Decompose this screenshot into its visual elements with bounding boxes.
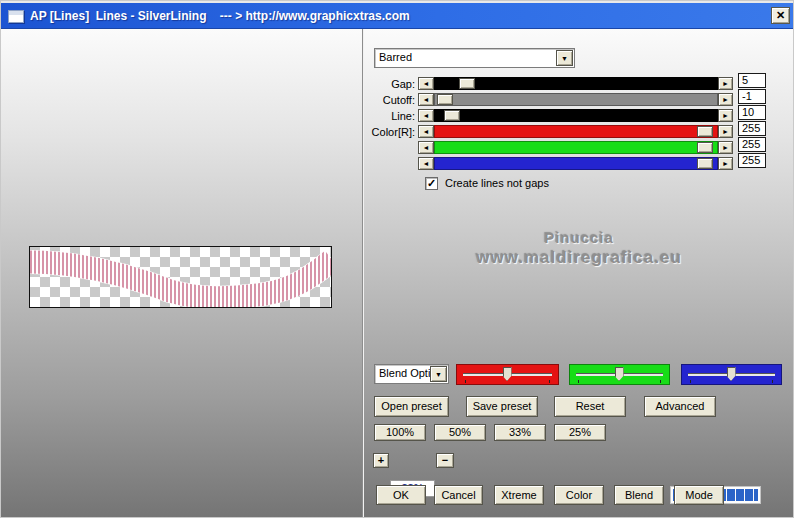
app-icon: [8, 10, 24, 23]
gap-slider-track[interactable]: [434, 77, 718, 90]
progress-segment: [754, 489, 758, 501]
title-bar[interactable]: AP [Lines] Lines - SilverLining --- > ht…: [1, 1, 794, 29]
create-lines-checkbox-label: Create lines not gaps: [445, 177, 549, 189]
slider-left-arrow[interactable]: ◄: [418, 77, 434, 90]
blue-slider-track[interactable]: [434, 157, 718, 170]
tick-mark: [549, 380, 550, 383]
open-preset-button[interactable]: Open preset: [374, 396, 449, 417]
slider-right-arrow[interactable]: ►: [718, 93, 733, 106]
line-value-field[interactable]: 10: [738, 105, 766, 120]
chevron-down-icon[interactable]: ▼: [430, 366, 447, 382]
slider-right-arrow[interactable]: ►: [718, 125, 733, 138]
slider-left-arrow[interactable]: ◄: [418, 93, 434, 106]
slider-right-arrow[interactable]: ►: [718, 109, 733, 122]
tick-mark: [660, 380, 661, 383]
create-lines-checkbox[interactable]: ✓: [425, 177, 438, 190]
red-blend-thumb[interactable]: [503, 367, 512, 381]
blend-button[interactable]: Blend: [614, 485, 664, 505]
zoom-25-button[interactable]: 25%: [554, 424, 606, 441]
slider-right-arrow[interactable]: ►: [718, 77, 733, 90]
progress-segment: [745, 489, 753, 501]
gap-value-field[interactable]: 5: [738, 73, 766, 88]
color-button[interactable]: Color: [554, 485, 604, 505]
red-slider-track[interactable]: [434, 125, 718, 138]
progress-segment: [736, 489, 744, 501]
watermark-url: www.maldiregrafica.eu: [367, 248, 791, 268]
blue-blend-thumb[interactable]: [727, 367, 736, 381]
slider-label-color-r: Color[R]:: [359, 126, 415, 138]
zoom-out-button[interactable]: −: [436, 453, 454, 468]
advanced-button[interactable]: Advanced: [644, 396, 716, 417]
tick-mark: [690, 380, 691, 383]
xtreme-button[interactable]: Xtreme: [494, 485, 544, 505]
green-value-field[interactable]: 255: [738, 137, 766, 152]
slider-label-line: Line:: [359, 110, 415, 122]
slider-left-arrow[interactable]: ◄: [418, 109, 434, 122]
blue-blend-slider[interactable]: [681, 364, 782, 385]
green-blend-slider[interactable]: [569, 364, 670, 385]
slider-left-arrow[interactable]: ◄: [418, 157, 434, 170]
red-value-field[interactable]: 255: [738, 121, 766, 136]
green-slider-thumb[interactable]: [697, 142, 713, 153]
zoom-in-button[interactable]: +: [373, 453, 389, 468]
watermark: Pinuccia www.maldiregrafica.eu: [367, 229, 791, 268]
cutoff-value-field[interactable]: -1: [738, 89, 766, 104]
gap-slider-thumb[interactable]: [459, 78, 475, 89]
blend-options-dropdown[interactable]: Blend Optic ▼: [374, 364, 449, 384]
slider-left-arrow[interactable]: ◄: [418, 125, 434, 138]
line-slider-track[interactable]: [434, 109, 718, 122]
blend-options-value: Blend Optic: [379, 367, 430, 379]
red-slider-thumb[interactable]: [697, 126, 713, 137]
dialog-body: Barred ▼ Gap: ◄ ► 5 Cutoff: ◄ ► -1 Line:…: [1, 29, 794, 518]
style-dropdown[interactable]: Barred ▼: [374, 48, 575, 68]
tick-mark: [465, 380, 466, 383]
zoom-100-button[interactable]: 100%: [374, 424, 426, 441]
chevron-down-icon[interactable]: ▼: [556, 50, 573, 66]
tick-mark: [578, 380, 579, 383]
blue-slider-thumb[interactable]: [697, 158, 713, 169]
mode-button[interactable]: Mode: [674, 485, 724, 505]
blue-value-field[interactable]: 255: [738, 153, 766, 168]
window-title: AP [Lines] Lines - SilverLining --- > ht…: [30, 9, 410, 23]
line-slider-thumb[interactable]: [444, 110, 460, 121]
line-pattern-preview: [30, 247, 331, 307]
slider-label-gap: Gap:: [359, 78, 415, 90]
preview-canvas[interactable]: [29, 246, 332, 308]
slider-right-arrow[interactable]: ►: [718, 141, 733, 154]
reset-button[interactable]: Reset: [554, 396, 626, 417]
cutoff-slider-thumb[interactable]: [437, 94, 453, 105]
zoom-50-button[interactable]: 50%: [434, 424, 486, 441]
green-blend-thumb[interactable]: [615, 367, 624, 381]
progress-segment: [727, 489, 735, 501]
slider-right-arrow[interactable]: ►: [718, 157, 733, 170]
slider-label-cutoff: Cutoff:: [359, 94, 415, 106]
save-preset-button[interactable]: Save preset: [466, 396, 538, 417]
watermark-name: Pinuccia: [367, 229, 791, 246]
slider-left-arrow[interactable]: ◄: [418, 141, 434, 154]
cutoff-slider-track[interactable]: [434, 93, 718, 106]
tick-mark: [772, 380, 773, 383]
red-blend-slider[interactable]: [456, 364, 559, 385]
cancel-button[interactable]: Cancel: [434, 485, 483, 505]
zoom-33-button[interactable]: 33%: [494, 424, 546, 441]
style-dropdown-value: Barred: [379, 51, 412, 63]
plugin-dialog-window: AP [Lines] Lines - SilverLining --- > ht…: [0, 0, 794, 518]
close-button[interactable]: ✕: [771, 7, 790, 24]
green-slider-track[interactable]: [434, 141, 718, 154]
ok-button[interactable]: OK: [376, 485, 426, 505]
